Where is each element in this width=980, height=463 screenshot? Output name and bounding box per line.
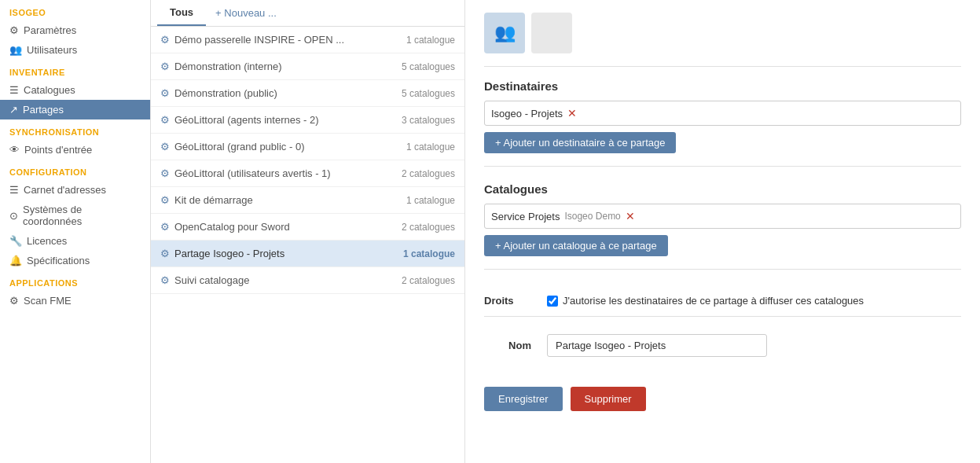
list-item-count: 3 catalogues xyxy=(402,115,455,126)
list-item-count: 1 catalogue xyxy=(406,195,455,206)
sidebar-item-catalogues[interactable]: ☰Catalogues xyxy=(0,80,150,100)
sidebar-item-label-scan-fme: Scan FME xyxy=(24,295,72,307)
sidebar-item-label-catalogues: Catalogues xyxy=(24,84,75,96)
scan-fme-icon: ⚙ xyxy=(9,295,19,307)
avatar-secondary xyxy=(531,13,572,53)
list-item-name: Kit de démarrage xyxy=(174,194,402,206)
sidebar-item-label-partages: Partages xyxy=(23,104,64,116)
parametres-icon: ⚙ xyxy=(9,24,19,36)
sidebar-section-inventaire: INVENTAIRE xyxy=(0,60,150,80)
new-button[interactable]: + Nouveau ... xyxy=(206,2,286,24)
destinataires-tag-name: Isogeo - Projets xyxy=(491,108,563,119)
list-item-name: OpenCatalog pour Sword xyxy=(174,221,397,233)
list-item-icon: ⚙ xyxy=(160,221,170,233)
sidebar-item-label-utilisateurs: Utilisateurs xyxy=(27,44,77,56)
catalogues-section: Catalogues Service Projets Isogeo Demo ✕… xyxy=(484,182,961,270)
sidebar-section-applications: APPLICATIONS xyxy=(0,270,150,291)
list-item-name: Partage Isogeo - Projets xyxy=(174,248,398,259)
list-item-count: 2 catalogues xyxy=(402,275,455,286)
partages-icon: ↗ xyxy=(9,104,18,116)
tab-tous[interactable]: Tous xyxy=(157,0,206,26)
list-item-name: Suivi catalogage xyxy=(174,274,397,286)
sidebar-item-label-systemes-coordonnees: Systèmes de coordonnées xyxy=(23,204,141,227)
droits-checkbox[interactable] xyxy=(547,296,558,307)
list-item-count: 2 catalogues xyxy=(402,222,455,233)
catalogues-title: Catalogues xyxy=(484,182,961,196)
list-item-count: 1 catalogue xyxy=(406,141,455,152)
droits-content: J'autorise les destinataires de ce parta… xyxy=(547,295,864,307)
list-item[interactable]: ⚙Démo passerelle INSPIRE - OPEN ...1 cat… xyxy=(151,27,464,53)
destinataires-remove-tag[interactable]: ✕ xyxy=(567,108,577,119)
list-item-name: Démonstration (public) xyxy=(174,87,397,99)
list-item-name: Démonstration (interne) xyxy=(174,61,397,72)
droits-checkbox-label: J'autorise les destinataires de ce parta… xyxy=(563,295,864,307)
sidebar-item-points-entree[interactable]: 👁Points d'entrée xyxy=(0,140,150,160)
list-item-icon: ⚙ xyxy=(160,274,170,286)
list-item-icon: ⚙ xyxy=(160,61,170,72)
points-entree-icon: 👁 xyxy=(9,144,20,156)
add-catalogue-button[interactable]: + Ajouter un catalogue à ce partage xyxy=(484,235,668,256)
sidebar-item-label-points-entree: Points d'entrée xyxy=(24,144,92,156)
list-item-icon: ⚙ xyxy=(160,194,170,206)
list-item-count: 1 catalogue xyxy=(403,248,455,259)
list-item-icon: ⚙ xyxy=(160,167,170,179)
destinataires-title: Destinataires xyxy=(484,79,961,93)
list-item[interactable]: ⚙Démonstration (interne)5 catalogues xyxy=(151,53,464,80)
nom-row: Nom xyxy=(484,326,961,365)
sidebar-section-synchronisation: SYNCHRONISATION xyxy=(0,119,150,140)
action-buttons: Enregistrer Supprimer xyxy=(484,380,961,417)
sidebar-item-scan-fme[interactable]: ⚙Scan FME xyxy=(0,291,150,311)
list-item-icon: ⚙ xyxy=(160,248,170,259)
carnet-adresses-icon: ☰ xyxy=(9,184,19,196)
droits-label: Droits xyxy=(484,295,531,307)
catalogues-tag: Service Projets Isogeo Demo ✕ xyxy=(491,211,635,222)
sidebar-item-specifications[interactable]: 🔔Spécifications xyxy=(0,251,150,270)
sidebar-item-parametres[interactable]: ⚙Paramètres xyxy=(0,20,150,40)
nom-label: Nom xyxy=(484,340,531,351)
list-item-icon: ⚙ xyxy=(160,114,170,126)
catalogues-input-row: Service Projets Isogeo Demo ✕ xyxy=(484,204,961,229)
list-item-icon: ⚙ xyxy=(160,87,170,99)
list-item-count: 1 catalogue xyxy=(406,35,455,46)
catalogues-remove-tag[interactable]: ✕ xyxy=(626,211,635,222)
list-item[interactable]: ⚙GéoLittoral (utilisateurs avertis - 1)2… xyxy=(151,160,464,187)
nom-input[interactable] xyxy=(547,334,767,357)
utilisateurs-icon: 👥 xyxy=(9,44,22,56)
list-item[interactable]: ⚙Partage Isogeo - Projets1 catalogue xyxy=(151,241,464,267)
main-list: Tous + Nouveau ... ⚙Démo passerelle INSP… xyxy=(151,0,465,463)
list-item-name: Démo passerelle INSPIRE - OPEN ... xyxy=(174,34,402,46)
list-item-name: GéoLittoral (grand public - 0) xyxy=(174,141,402,152)
list-item-count: 2 catalogues xyxy=(402,168,455,179)
sidebar-item-partages[interactable]: ↗Partages xyxy=(0,100,150,119)
list-item[interactable]: ⚙GéoLittoral (agents internes - 2)3 cata… xyxy=(151,107,464,134)
destinataires-tag: Isogeo - Projets ✕ xyxy=(491,108,577,119)
list-item[interactable]: ⚙Démonstration (public)5 catalogues xyxy=(151,80,464,107)
list-item[interactable]: ⚙Suivi catalogage2 catalogues xyxy=(151,267,464,294)
delete-button[interactable]: Supprimer xyxy=(571,387,646,411)
sidebar-item-systemes-coordonnees[interactable]: ⊙Systèmes de coordonnées xyxy=(0,200,150,231)
list-item-name: GéoLittoral (utilisateurs avertis - 1) xyxy=(174,167,397,179)
catalogues-tag-name: Service Projets xyxy=(491,211,560,222)
list-item[interactable]: ⚙OpenCatalog pour Sword2 catalogues xyxy=(151,214,464,241)
save-button[interactable]: Enregistrer xyxy=(484,387,563,411)
droits-row: Droits J'autorise les destinataires de c… xyxy=(484,285,961,317)
sidebar-item-utilisateurs[interactable]: 👥Utilisateurs xyxy=(0,40,150,60)
destinataires-input-row: Isogeo - Projets ✕ xyxy=(484,101,961,126)
avatar-area: 👥 xyxy=(484,13,961,67)
list-area: ⚙Démo passerelle INSPIRE - OPEN ...1 cat… xyxy=(151,27,464,463)
tabs-bar: Tous + Nouveau ... xyxy=(151,0,464,27)
add-destinataire-button[interactable]: + Ajouter un destinataire à ce partage xyxy=(484,132,676,153)
sidebar-item-licences[interactable]: 🔧Licences xyxy=(0,231,150,251)
sidebar-section-configuration: CONFIGURATION xyxy=(0,160,150,180)
sidebar: ISOGEO⚙Paramètres👥UtilisateursINVENTAIRE… xyxy=(0,0,151,463)
list-item-icon: ⚙ xyxy=(160,34,170,46)
list-item[interactable]: ⚙GéoLittoral (grand public - 0)1 catalog… xyxy=(151,134,464,160)
list-item-icon: ⚙ xyxy=(160,141,170,152)
list-item[interactable]: ⚙Kit de démarrage1 catalogue xyxy=(151,187,464,214)
sidebar-item-label-carnet-adresses: Carnet d'adresses xyxy=(24,184,106,196)
sidebar-item-carnet-adresses[interactable]: ☰Carnet d'adresses xyxy=(0,180,150,200)
systemes-coordonnees-icon: ⊙ xyxy=(9,210,18,222)
destinataires-section: Destinataires Isogeo - Projets ✕ + Ajout… xyxy=(484,79,961,167)
detail-panel: 👥 Destinataires Isogeo - Projets ✕ + Ajo… xyxy=(465,0,980,463)
list-item-count: 5 catalogues xyxy=(402,61,455,72)
